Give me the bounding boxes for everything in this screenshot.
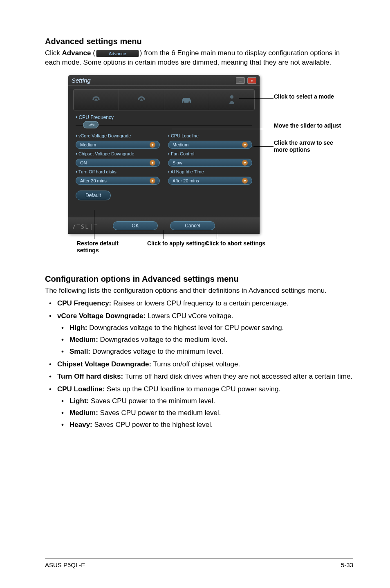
item-cpu-frequency: CPU Frequency: Raises or lowers CPU freq… — [45, 299, 353, 308]
page-footer: ASUS P5QL-E 5-33 — [45, 559, 353, 568]
loadline-sublist: Light: Saves CPU power to the minimum le… — [57, 397, 353, 430]
footer-right: 5-33 — [341, 561, 353, 568]
settings-window: Setting – x • CPU Frequency -5% — [68, 75, 260, 234]
item-cpu-loadline: CPU Loadline: Sets up the CPU loadline t… — [45, 385, 353, 430]
window-title: Setting — [72, 77, 91, 84]
ainap-dropdown[interactable]: After 20 mins ▾ — [168, 177, 252, 185]
minimize-icon[interactable]: – — [236, 77, 245, 84]
chevron-down-icon[interactable]: ▾ — [242, 142, 248, 148]
turnoff-dropdown[interactable]: After 20 mins ▾ — [76, 177, 160, 185]
t: Saves CPU power to the medium level. — [98, 409, 221, 417]
options-grid: • vCore Voltage Downgrade • CPU Loadline… — [76, 133, 252, 185]
subitem-heavy: Heavy: Saves CPU power to the highest le… — [57, 420, 353, 430]
leader-line — [239, 98, 273, 99]
leader-line — [94, 210, 94, 239]
subitem-medium2: Medium: Saves CPU power to the medium le… — [57, 408, 353, 418]
txt: CPU Loadline — [171, 133, 199, 138]
ok-button[interactable]: OK — [113, 221, 158, 230]
subitem-light: Light: Saves CPU power to the minimum le… — [57, 397, 353, 406]
ainap-value: After 20 mins — [173, 178, 199, 183]
callout-restore-default: Restore default settings — [77, 240, 138, 254]
b: Turn Off hard disks: — [57, 373, 123, 380]
subitem-medium: Medium: Downgrades voltage to the medium… — [57, 335, 353, 345]
txt: ( — [91, 49, 95, 57]
t: Saves CPU power to the minimum level. — [89, 397, 215, 405]
txt: Chipset Voltage Downgrade — [78, 151, 134, 156]
leader-line — [217, 230, 217, 239]
chipset-value: ON — [80, 160, 87, 165]
callout-apply: Click to apply settings — [147, 240, 208, 247]
b: CPU Loadline: — [57, 385, 105, 393]
fan-dropdown[interactable]: Slow ▾ — [168, 159, 252, 167]
turnoff-label: • Turn Off hard disks — [76, 169, 160, 174]
ainap-label: • AI Nap Idle Time — [168, 169, 252, 174]
window-buttons: – x — [235, 76, 256, 84]
config-intro: The following lists the configuration op… — [45, 286, 353, 296]
vcore-sublist: High: Downgrades voltage to the highest … — [57, 323, 353, 357]
txt: vCore Voltage Downgrade — [78, 133, 131, 138]
gauge-icon — [136, 94, 147, 105]
t: Lowers CPU vCore voltage. — [146, 312, 233, 320]
heading-advanced-settings: Advanced settings menu — [45, 37, 353, 46]
t: Downgrades voltage to the highest level … — [87, 324, 284, 332]
callout-move-slider: Move the slider to adjust — [274, 122, 343, 130]
footer-left: ASUS P5QL-E — [45, 561, 85, 568]
txt: Click — [45, 49, 62, 57]
mode-selector[interactable] — [73, 89, 255, 110]
txt: Turn Off hard disks — [78, 169, 117, 174]
item-chipset: Chipset Voltage Downgrade: Turns on/off … — [45, 360, 353, 369]
vcore-label: • vCore Voltage Downgrade — [76, 133, 160, 138]
fan-value: Slow — [173, 160, 182, 165]
advance-inline-button: Advance — [96, 50, 139, 57]
item-vcore: vCore Voltage Downgrade: Lowers CPU vCor… — [45, 312, 353, 357]
mode-4[interactable] — [209, 90, 254, 110]
close-icon[interactable]: x — [247, 77, 256, 84]
vcore-value: Medium — [80, 142, 96, 147]
b: Medium: — [69, 336, 98, 343]
advance-word: Advance — [62, 49, 91, 57]
cpu-loadline-value: Medium — [173, 142, 188, 147]
cpu-frequency-slider[interactable]: -5% — [76, 121, 252, 129]
cpu-frequency-label: • CPU Frequency — [76, 114, 252, 120]
fan-control-label: • Fan Control — [168, 151, 252, 156]
gauge-icon — [91, 94, 101, 105]
b: Heavy: — [69, 421, 92, 429]
leader-line — [253, 146, 273, 147]
b: Light: — [69, 397, 89, 405]
b: High: — [69, 324, 87, 332]
default-button[interactable]: Default — [76, 191, 111, 200]
t: Turns on/off chipset voltage. — [151, 360, 240, 368]
window-titlebar: Setting – x — [68, 75, 260, 86]
options-list: CPU Frequency: Raises or lowers CPU freq… — [45, 299, 353, 430]
subitem-high: High: Downgrades voltage to the highest … — [57, 323, 353, 333]
t: Downgrades voltage to the minimum level. — [90, 348, 223, 355]
cpu-frequency-label-text: CPU Frequency — [79, 114, 114, 120]
mode-2[interactable] — [119, 90, 164, 110]
chevron-down-icon[interactable]: ▾ — [150, 142, 155, 148]
t: Turns off hard disk drives when they are… — [123, 373, 352, 380]
intro-paragraph: Click Advance (Advance) from the 6 Engin… — [45, 49, 353, 67]
cancel-button[interactable]: Cancel — [170, 221, 215, 230]
heading-config-options: Configuration options in Advanced settin… — [45, 274, 353, 284]
b: Chipset Voltage Downgrade: — [57, 360, 151, 368]
mode-1[interactable] — [74, 90, 119, 110]
chevron-down-icon[interactable]: ▾ — [242, 160, 248, 166]
slider-thumb[interactable]: -5% — [83, 121, 99, 128]
chevron-down-icon[interactable]: ▾ — [150, 160, 155, 166]
callout-abort: Click to abort settings — [205, 240, 267, 247]
b: Small: — [69, 348, 90, 355]
chipset-dropdown[interactable]: ON ▾ — [76, 159, 160, 167]
figure-wrapper: Setting – x • CPU Frequency -5% — [45, 75, 353, 263]
txt: AI Nap Idle Time — [170, 169, 204, 174]
slider-track — [76, 125, 252, 126]
turnoff-value: After 20 mins — [80, 178, 107, 183]
mode-3[interactable] — [164, 90, 210, 110]
cpu-loadline-label: • CPU Loadline — [168, 133, 252, 138]
t: Saves CPU power to the highest level. — [92, 421, 213, 429]
chevron-down-icon[interactable]: ▾ — [242, 178, 248, 184]
b: CPU Frequency: — [57, 299, 111, 307]
b: Medium: — [69, 409, 98, 417]
chevron-down-icon[interactable]: ▾ — [150, 178, 155, 184]
vcore-dropdown[interactable]: Medium ▾ — [76, 141, 160, 149]
cpu-loadline-dropdown[interactable]: Medium ▾ — [168, 141, 252, 149]
